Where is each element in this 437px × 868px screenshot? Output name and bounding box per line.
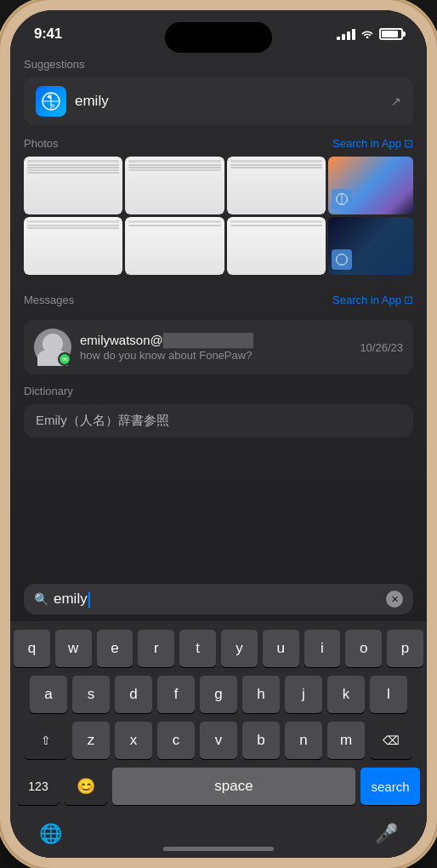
message-row[interactable]: ✉ emilywatson@██████████ how do you know… bbox=[24, 320, 413, 374]
messages-header: Messages Search in App ⊡ bbox=[24, 287, 413, 313]
key-w[interactable]: w bbox=[55, 630, 92, 667]
photo-colorful-1[interactable] bbox=[328, 157, 413, 214]
key-q[interactable]: q bbox=[14, 630, 50, 667]
wifi-icon bbox=[360, 27, 374, 41]
suggestion-row[interactable]: emily ↗ bbox=[24, 77, 413, 125]
photo-thumb-3[interactable] bbox=[227, 157, 326, 214]
key-e[interactable]: e bbox=[97, 630, 133, 667]
photo-grid bbox=[24, 157, 413, 275]
key-h[interactable]: h bbox=[242, 676, 280, 713]
phone-screen: 9:41 bbox=[10, 10, 427, 858]
key-m[interactable]: m bbox=[327, 722, 365, 759]
key-g[interactable]: g bbox=[200, 676, 237, 713]
status-time: 9:41 bbox=[34, 26, 62, 43]
key-r[interactable]: r bbox=[138, 630, 174, 667]
key-k[interactable]: k bbox=[327, 676, 365, 713]
key-num[interactable]: 123 bbox=[17, 768, 60, 805]
message-date: 10/26/23 bbox=[360, 341, 403, 354]
signal-bar-2 bbox=[342, 34, 345, 40]
status-icons bbox=[337, 27, 403, 41]
suggestions-label: Suggestions bbox=[24, 58, 413, 71]
keyboard-row-4: 123 😊 space search bbox=[14, 768, 423, 805]
key-emoji[interactable]: 😊 bbox=[65, 768, 107, 805]
key-j[interactable]: j bbox=[285, 676, 322, 713]
photos-label: Photos bbox=[24, 137, 58, 150]
signal-bar-1 bbox=[337, 37, 340, 40]
key-z[interactable]: z bbox=[72, 722, 110, 759]
message-preview: how do you know about FonePaw? bbox=[80, 349, 351, 362]
mic-icon[interactable]: 🎤 bbox=[375, 823, 398, 845]
globe-icon[interactable]: 🌐 bbox=[39, 823, 62, 845]
suggestion-left: emily bbox=[36, 86, 109, 117]
bottom-bar: 🌐 🎤 bbox=[14, 814, 423, 858]
screen-content: 9:41 bbox=[10, 10, 427, 858]
photo-grid-left bbox=[24, 157, 326, 275]
key-u[interactable]: u bbox=[263, 630, 299, 667]
battery-icon bbox=[379, 28, 403, 40]
signal-bar-3 bbox=[347, 31, 350, 40]
signal-bars bbox=[337, 29, 355, 40]
key-search[interactable]: search bbox=[360, 768, 420, 805]
battery-fill bbox=[382, 31, 398, 37]
search-input[interactable]: emily bbox=[54, 591, 381, 608]
key-f[interactable]: f bbox=[157, 676, 195, 713]
signal-bar-4 bbox=[352, 29, 355, 40]
photo-thumb-4[interactable] bbox=[24, 217, 122, 275]
key-backspace[interactable]: ⌫ bbox=[370, 722, 412, 759]
message-badge: ✉ bbox=[58, 352, 71, 366]
clear-button[interactable]: ✕ bbox=[386, 591, 403, 608]
photo-thumb-5[interactable] bbox=[125, 217, 224, 275]
phone-frame: 9:41 bbox=[0, 0, 437, 868]
key-d[interactable]: d bbox=[115, 676, 152, 713]
photo-colorful-2[interactable] bbox=[328, 217, 413, 275]
keyboard-row-1: q w e r t y u i o p bbox=[14, 630, 423, 667]
photos-header: Photos Search in App ⊡ bbox=[24, 137, 413, 150]
key-space[interactable]: space bbox=[112, 768, 355, 805]
keyboard: q w e r t y u i o p a s d f g bbox=[10, 621, 427, 858]
arrow-icon: ↗ bbox=[391, 94, 401, 108]
messages-search-in-app[interactable]: Search in App ⊡ bbox=[332, 294, 413, 306]
photo-thumb-6[interactable] bbox=[227, 217, 326, 275]
key-i[interactable]: i bbox=[304, 630, 341, 667]
suggestion-text: emily bbox=[75, 93, 109, 110]
key-l[interactable]: l bbox=[370, 676, 407, 713]
dictionary-label: Dictionary bbox=[24, 385, 413, 397]
key-x[interactable]: x bbox=[115, 722, 152, 759]
message-badge-icon: ✉ bbox=[62, 356, 68, 363]
key-c[interactable]: c bbox=[157, 722, 195, 759]
key-s[interactable]: s bbox=[72, 676, 110, 713]
dynamic-island bbox=[165, 22, 272, 53]
key-v[interactable]: v bbox=[200, 722, 237, 759]
keyboard-row-2: a s d f g h j k l bbox=[14, 676, 423, 713]
key-p[interactable]: p bbox=[387, 630, 423, 667]
photos-search-in-app[interactable]: Search in App ⊡ bbox=[332, 137, 413, 150]
photo-thumb-1[interactable] bbox=[24, 157, 122, 214]
key-y[interactable]: y bbox=[221, 630, 258, 667]
keyboard-row-3: ⇧ z x c v b n m ⌫ bbox=[14, 722, 423, 759]
messages-label: Messages bbox=[24, 294, 74, 306]
key-n[interactable]: n bbox=[285, 722, 322, 759]
photo-grid-right bbox=[328, 157, 413, 275]
svg-point-5 bbox=[337, 254, 348, 266]
key-shift[interactable]: ⇧ bbox=[25, 722, 67, 759]
message-from: emilywatson@██████████ bbox=[80, 333, 351, 347]
search-icon: 🔍 bbox=[34, 592, 48, 606]
key-t[interactable]: t bbox=[179, 630, 216, 667]
message-info: emilywatson@██████████ how do you know a… bbox=[80, 333, 351, 362]
avatar: ✉ bbox=[34, 328, 71, 366]
dictionary-entry: Emily（人名）辞書参照 bbox=[24, 404, 413, 437]
key-o[interactable]: o bbox=[345, 630, 382, 667]
search-bar-container: 🔍 emily ✕ bbox=[10, 577, 427, 621]
main-content: Suggestions emily bbox=[10, 51, 427, 577]
home-indicator bbox=[163, 847, 274, 851]
search-bar[interactable]: 🔍 emily ✕ bbox=[24, 584, 413, 614]
photo-thumb-2[interactable] bbox=[125, 157, 224, 214]
safari-icon bbox=[36, 86, 66, 117]
key-b[interactable]: b bbox=[242, 722, 280, 759]
text-cursor bbox=[88, 592, 90, 608]
key-a[interactable]: a bbox=[30, 676, 67, 713]
